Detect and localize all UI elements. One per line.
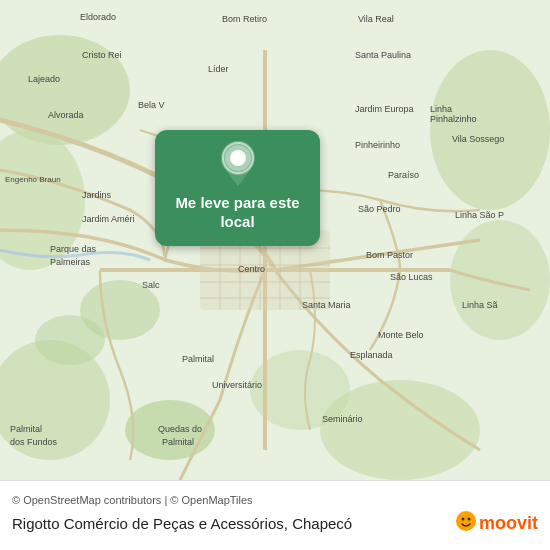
svg-text:Líder: Líder [208,64,229,74]
svg-point-66 [467,517,470,520]
svg-text:Seminário: Seminário [322,414,363,424]
svg-text:Engenho Braun: Engenho Braun [5,175,61,184]
svg-text:Linha: Linha [430,104,452,114]
svg-text:Santa Paulina: Santa Paulina [355,50,411,60]
svg-text:Bom Retiro: Bom Retiro [222,14,267,24]
svg-text:Linha São P: Linha São P [455,210,504,220]
svg-text:Parque das: Parque das [50,244,97,254]
svg-text:Pinhalzinho: Pinhalzinho [430,114,477,124]
svg-text:Jardim Europa: Jardim Europa [355,104,414,114]
svg-text:Quedas do: Quedas do [158,424,202,434]
svg-text:Vila Real: Vila Real [358,14,394,24]
svg-point-63 [232,152,244,164]
svg-text:Cristo Rei: Cristo Rei [82,50,122,60]
svg-text:Palmeiras: Palmeiras [50,257,91,267]
svg-text:Monte Belo: Monte Belo [378,330,424,340]
place-name: Rigotto Comércio de Peças e Acessórios, … [12,515,352,532]
svg-point-64 [456,511,476,531]
svg-text:Palmital: Palmital [162,437,194,447]
svg-text:São Lucas: São Lucas [390,272,433,282]
svg-text:Lajeado: Lajeado [28,74,60,84]
svg-text:Universitário: Universitário [212,380,262,390]
svg-text:Santa Maria: Santa Maria [302,300,351,310]
map-area[interactable]: Eldorado Bom Retiro Vila Real Cristo Rei… [0,0,550,480]
attribution-text: © OpenStreetMap contributors | © OpenMap… [12,494,538,506]
moovit-emoji-icon [455,510,477,538]
svg-text:Centro: Centro [238,264,265,274]
svg-text:Salc: Salc [142,280,160,290]
svg-point-3 [430,50,550,210]
moovit-brand-text: moovit [479,513,538,534]
svg-text:dos Fundos: dos Fundos [10,437,58,447]
svg-text:Jardim Améri: Jardim Améri [82,214,135,224]
svg-text:Bela V: Bela V [138,100,165,110]
svg-text:Pinheirinho: Pinheirinho [355,140,400,150]
svg-text:Palmital: Palmital [182,354,214,364]
svg-text:Eldorado: Eldorado [80,12,116,22]
svg-text:Jardins: Jardins [82,190,112,200]
svg-text:Paraíso: Paraíso [388,170,419,180]
svg-text:Alvorada: Alvorada [48,110,84,120]
location-pin-icon [219,140,257,188]
svg-text:São Pedro: São Pedro [358,204,401,214]
svg-text:Vila Sossego: Vila Sossego [452,134,504,144]
svg-point-10 [35,315,105,365]
svg-text:Esplanada: Esplanada [350,350,393,360]
svg-point-4 [450,220,550,340]
svg-text:Palmital: Palmital [10,424,42,434]
svg-text:Linha Sã: Linha Sã [462,300,498,310]
moovit-logo: moovit [455,510,538,538]
svg-text:Bom Pastor: Bom Pastor [366,250,413,260]
callout-label: Me leve para este local [169,194,306,232]
callout-box[interactable]: Me leve para este local [155,130,320,246]
svg-point-65 [461,517,464,520]
bottom-bar: © OpenStreetMap contributors | © OpenMap… [0,480,550,550]
